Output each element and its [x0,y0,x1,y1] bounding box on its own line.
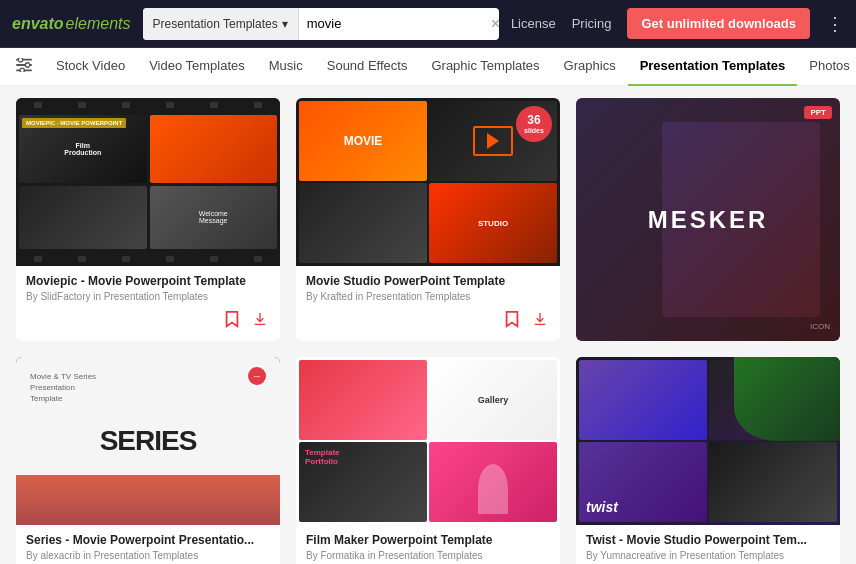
logo[interactable]: envatoelements [12,15,131,33]
card-title-moviepic: Moviepic - Movie Powerpoint Template [26,274,270,288]
search-bar: Presentation Templates ▾ × [143,8,499,40]
card-thumbnail-movie-studio[interactable]: MOVIE STUDIO 36 slides [296,98,560,266]
ppt-badge: PPT [804,106,832,119]
series-main-text: SERIES [100,425,197,457]
download-icon [252,311,268,327]
more-menu-button[interactable]: ⋮ [826,13,844,35]
card-meta-movie-studio: By Krafted in Presentation Templates [306,291,550,302]
card-filmmaker: Gallery TemplatePortfolio Film Maker Pow… [296,357,560,564]
mesker-title-label: MESKER [648,206,769,234]
card-thumbnail-twist[interactable]: twist [576,357,840,525]
svg-point-6 [25,63,29,67]
logo-elements: elements [66,15,131,33]
card-twist: twist Twist - Movie Studio Powerpoint Te… [576,357,840,564]
card-meta-filmmaker: By Formatika in Presentation Templates [306,550,550,561]
bookmark-button-movie-studio[interactable] [502,308,522,333]
card-series: Movie & TV SeriesPresentationTemplate ··… [16,357,280,564]
card-meta-series: By alexacrib in Presentation Templates [26,550,270,561]
nav-item-graphics[interactable]: Graphics [552,48,628,86]
card-title-movie-studio: Movie Studio PowerPoint Template [306,274,550,288]
results-grid: FilmProduction WelcomeMessage MOVIEPIC ·… [16,98,840,564]
card-info-filmmaker: Film Maker Powerpoint Template By Format… [296,525,560,564]
card-meta-twist: By Yumnacreative in Presentation Templat… [586,550,830,561]
category-nav: Stock Video Video Templates Music Sound … [0,48,856,86]
filmmaker-cell-2: Gallery [429,360,557,440]
bookmark-icon [224,310,240,328]
svg-point-7 [20,68,24,72]
nav-item-photos[interactable]: Photos [797,48,856,86]
search-category-label: Presentation Templates [153,17,278,31]
svg-point-5 [18,58,22,62]
card-movie-studio: MOVIE STUDIO 36 slides [296,98,560,341]
bookmark-button-moviepic[interactable] [222,308,242,333]
card-title-twist: Twist - Movie Studio Powerpoint Tem... [586,533,830,547]
nav-item-graphic-templates[interactable]: Graphic Templates [419,48,551,86]
series-sub-label: Movie & TV SeriesPresentationTemplate [30,371,96,405]
search-category-dropdown[interactable]: Presentation Templates ▾ [143,8,299,40]
card-info-twist: Twist - Movie Studio Powerpoint Tem... B… [576,525,840,564]
card-thumbnail-mesker[interactable]: MESKER ICON PPT [576,98,840,341]
header-links: License Pricing Get unlimited downloads … [511,8,844,39]
card-meta-moviepic: By SlidFactory in Presentation Templates [26,291,270,302]
pricing-link[interactable]: Pricing [572,16,612,31]
download-button-moviepic[interactable] [250,309,270,332]
twist-cell-4 [709,442,837,522]
nav-item-video-templates[interactable]: Video Templates [137,48,257,86]
filmmaker-cell-4 [429,442,557,522]
card-title-filmmaker: Film Maker Powerpoint Template [306,533,550,547]
bookmark-icon [504,310,520,328]
download-icon [532,311,548,327]
card-thumbnail-filmmaker[interactable]: Gallery TemplatePortfolio [296,357,560,525]
filter-icon[interactable] [16,58,32,75]
slide-count-badge: 36 slides [516,106,552,142]
search-input[interactable] [299,8,483,40]
nav-item-sound-effects[interactable]: Sound Effects [315,48,420,86]
twist-cell-1 [579,360,707,440]
card-title-series: Series - Movie Powerpoint Presentatio... [26,533,270,547]
twist-title-label: twist [586,499,618,515]
card-actions-moviepic [16,308,280,341]
logo-envato: envato [12,15,64,33]
main-content: FilmProduction WelcomeMessage MOVIEPIC ·… [0,86,856,564]
series-dot: ··· [248,367,266,385]
header: envatoelements Presentation Templates ▾ … [0,0,856,48]
download-button-movie-studio[interactable] [530,309,550,332]
nav-item-presentation-templates[interactable]: Presentation Templates [628,48,798,86]
card-thumbnail-moviepic[interactable]: FilmProduction WelcomeMessage MOVIEPIC ·… [16,98,280,266]
filmmaker-cell-1 [299,360,427,440]
card-info-movie-studio: Movie Studio PowerPoint Template By Kraf… [296,266,560,308]
card-thumbnail-series[interactable]: Movie & TV SeriesPresentationTemplate ··… [16,357,280,525]
twist-plant-decoration [734,357,840,441]
card-mesker: MESKER ICON PPT MESKER - Filmmakers Powe… [576,98,840,341]
card-moviepic: FilmProduction WelcomeMessage MOVIEPIC ·… [16,98,280,341]
card-actions-movie-studio [296,308,560,341]
mesker-icon-label: ICON [810,322,830,331]
license-link[interactable]: License [511,16,556,31]
nav-item-stock-video[interactable]: Stock Video [44,48,137,86]
card-info-series: Series - Movie Powerpoint Presentatio...… [16,525,280,564]
unlimited-button[interactable]: Get unlimited downloads [627,8,810,39]
chevron-down-icon: ▾ [282,17,288,31]
filmmaker-cell-3: TemplatePortfolio [299,442,427,522]
card-info-moviepic: Moviepic - Movie Powerpoint Template By … [16,266,280,308]
nav-item-music[interactable]: Music [257,48,315,86]
search-clear-button[interactable]: × [483,15,499,33]
